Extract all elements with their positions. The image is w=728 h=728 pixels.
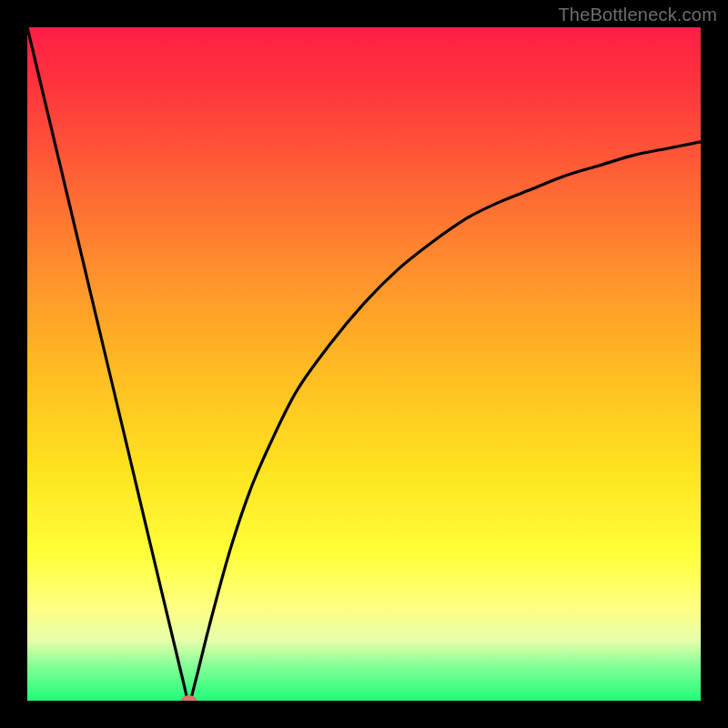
- minimum-marker: [181, 695, 197, 701]
- bottleneck-curve: [27, 27, 701, 701]
- chart-frame: TheBottleneck.com: [0, 0, 728, 728]
- attribution-text: TheBottleneck.com: [558, 5, 717, 25]
- curve-layer: [27, 27, 701, 701]
- plot-area: [27, 27, 701, 701]
